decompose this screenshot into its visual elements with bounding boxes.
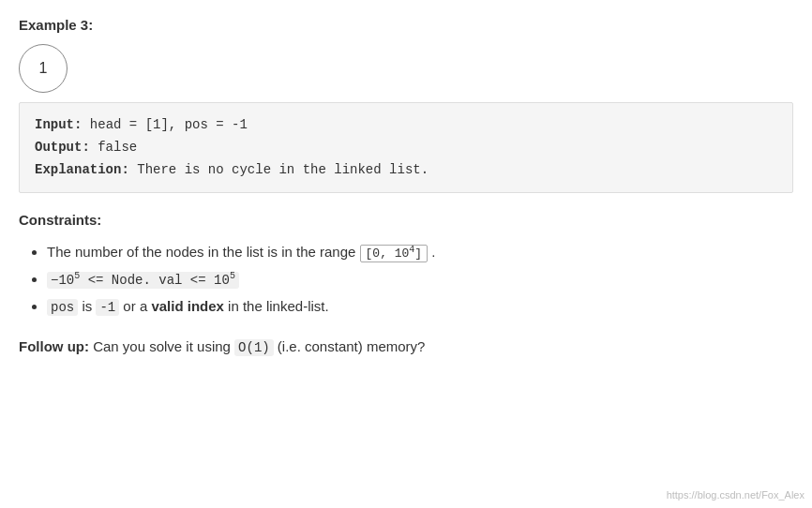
output-line: Output: false [35,137,777,159]
constraint-3-bold: valid index [151,298,224,314]
followup-section: Follow up: Can you solve it using O(1) (… [19,338,793,355]
constraint-item-1: The number of the nodes in the list is i… [47,239,793,266]
constraint-item-3: pos is -1 or a valid index in the linked… [47,293,793,321]
constraint-3-neg1-code: -1 [96,299,119,316]
node-diagram: 1 [19,44,793,93]
constraint-3-end: in the linked-list. [224,298,329,314]
constraint-2-code: −105 <= Node. val <= 105 [47,272,239,289]
constraint-3-suffix: or a [119,298,151,314]
constraints-list: The number of the nodes in the list is i… [19,239,793,320]
followup-label: Follow up: [19,338,89,354]
node-value: 1 [39,60,48,77]
constraint-3-middle: is [78,298,96,314]
example-title: Example 3: [19,17,793,33]
output-label: Output: [35,140,90,155]
input-line: Input: head = [1], pos = -1 [35,114,777,137]
input-value: head = [1], pos = -1 [82,117,247,132]
constraints-section: Constraints: The number of the nodes in … [19,212,793,320]
node-circle-1: 1 [19,44,68,93]
input-label: Input: [35,117,82,132]
constraint-1-range: [0, 104] [360,245,429,262]
followup-text2: (i.e. constant) memory? [274,338,426,354]
constraint-1-prefix: The number of the nodes in the list is i… [47,244,360,260]
output-value: false [90,140,137,155]
followup-text: Can you solve it using [89,338,234,354]
constraint-item-2: −105 <= Node. val <= 105 [47,266,793,293]
code-block: Input: head = [1], pos = -1 Output: fals… [19,102,793,193]
explanation-label: Explanation: [35,162,129,177]
watermark: https://blog.csdn.net/Fox_Alex [667,489,804,501]
followup-code: O(1) [234,339,274,356]
explanation-line: Explanation: There is no cycle in the li… [35,159,777,182]
constraint-1-suffix: . [428,244,435,260]
constraint-3-pos-code: pos [47,299,78,316]
explanation-value: There is no cycle in the linked list. [129,162,429,177]
constraints-title: Constraints: [19,212,793,228]
